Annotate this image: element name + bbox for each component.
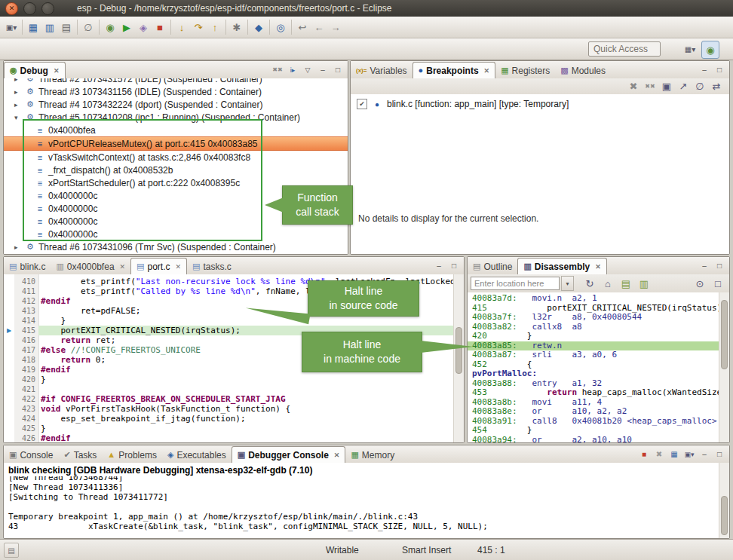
code-line[interactable]: 421	[4, 384, 454, 394]
home-icon[interactable]: ⌂	[600, 275, 616, 292]
minimize-icon[interactable]: –	[698, 259, 711, 272]
scrollbar-thumb[interactable]	[721, 300, 728, 369]
link-with-debug-icon[interactable]: ⇄	[708, 78, 725, 95]
display-selected-console-icon[interactable]: ▦	[667, 448, 681, 461]
profile-icon[interactable]: ◈	[135, 19, 152, 35]
tab-memory[interactable]: ▦Memory	[345, 447, 400, 463]
thread-row[interactable]: ▸⚙Thread #3 1073431156 (IDLE) (Suspended…	[4, 85, 348, 98]
tab-disassembly[interactable]: ▥Disassembly✕	[517, 258, 606, 275]
remove-breakpoint-icon[interactable]: ✖	[625, 78, 642, 95]
tab-0x4000bfea[interactable]: ▥0x4000bfea✕	[51, 259, 130, 274]
tab-close-icon[interactable]: ✕	[120, 263, 126, 271]
expand-arrow-icon[interactable]: ▸	[14, 101, 24, 109]
breakpoint-list-item[interactable]: ✔ ● blink.c [function: app_main] [type: …	[351, 94, 729, 109]
code-line[interactable]: 426#endif	[4, 433, 454, 442]
thread-row[interactable]: ▸⚙Thread #2 1073431572 (IDLE) (Suspended…	[4, 78, 348, 85]
sync-with-stack-icon[interactable]: ▥	[636, 275, 652, 292]
minimize-icon[interactable]: –	[698, 63, 711, 76]
location-dropdown-icon[interactable]: ▾	[561, 276, 574, 291]
forward-icon[interactable]: →	[327, 19, 344, 35]
console-output[interactable]: [New Thread 1073468744][New Thread 10734…	[4, 476, 719, 531]
editor-vertical-scrollbar[interactable]	[453, 274, 464, 442]
thread-row[interactable]: ▸⚙Thread #4 1073432224 (dport) (Suspende…	[4, 98, 348, 111]
tab-executables[interactable]: ◈Executables	[162, 447, 232, 463]
window-close-button[interactable]: ✕	[5, 2, 18, 15]
minimize-icon[interactable]: –	[698, 448, 711, 461]
run-icon[interactable]: ▶	[118, 19, 135, 35]
disassembly-scrollbar[interactable]	[719, 292, 729, 442]
expand-arrow-icon[interactable]: ▸	[14, 78, 24, 83]
tab-port-c[interactable]: ▤port.c✕	[130, 258, 187, 275]
new-wizard-icon[interactable]: ▣▾	[3, 19, 20, 35]
remove-all-breakpoints-icon[interactable]: ✖✖	[642, 78, 658, 95]
open-perspective-icon[interactable]: ▦▾	[682, 41, 698, 57]
last-edit-location-icon[interactable]: ↩	[294, 19, 311, 35]
code-line[interactable]: 414 }	[4, 316, 454, 326]
stop-icon[interactable]: ■	[152, 19, 168, 35]
minimize-icon[interactable]: –	[432, 259, 446, 272]
view-menu-icon[interactable]: ▽	[301, 63, 314, 76]
step-into-icon[interactable]: ↓	[173, 19, 190, 35]
instruction-stepping-icon[interactable]: i▸	[286, 63, 299, 76]
tab-variables[interactable]: (x)=Variables	[351, 63, 413, 78]
remove-all-terminated-icon[interactable]: ✖✖	[271, 63, 284, 76]
new-disassembly-view-icon[interactable]: □	[710, 275, 726, 292]
tab-close-icon[interactable]: ✕	[176, 263, 182, 271]
scrollbar-thumb[interactable]	[721, 496, 728, 535]
refresh-icon[interactable]: ↻	[581, 275, 598, 292]
save-icon[interactable]: ▦	[25, 19, 41, 35]
tab-close-icon[interactable]: ✕	[334, 451, 340, 459]
tab-outline[interactable]: ▤Outline	[468, 259, 517, 274]
minimize-icon[interactable]: –	[316, 63, 330, 76]
code-line[interactable]: 424 esp_set_breakpoint_if_jtag(function)…	[4, 414, 454, 424]
save-all-icon[interactable]: ▥	[41, 19, 58, 35]
show-supported-breakpoints-icon[interactable]: ▣	[658, 78, 675, 95]
debug-perspective-icon[interactable]: ◉	[701, 41, 719, 59]
pin-icon[interactable]: ⊙	[692, 275, 708, 292]
quick-access-box[interactable]: Quick Access	[588, 41, 661, 57]
maximize-icon[interactable]: □	[713, 448, 726, 461]
maximize-icon[interactable]: □	[331, 63, 345, 76]
tab-close-icon[interactable]: ✕	[595, 263, 601, 271]
show-source-icon[interactable]: ▤	[618, 275, 634, 292]
maximize-icon[interactable]: □	[713, 259, 726, 272]
tab-modules[interactable]: ▩Modules	[555, 63, 611, 78]
thread-row[interactable]: ▸⚙Thread #6 1073431096 (Tmr Svc) (Suspen…	[4, 240, 348, 253]
tab-tasks-c[interactable]: ▤tasks.c	[187, 259, 237, 274]
tab-debug[interactable]: ◉Debug✕	[4, 62, 66, 79]
location-input[interactable]: Enter location here	[471, 277, 560, 290]
remove-launch-icon[interactable]: ✖	[652, 448, 666, 461]
search-icon[interactable]: ◎	[272, 19, 289, 35]
external-tools-icon[interactable]: ✱	[228, 19, 245, 35]
skip-all-breakpoints-icon[interactable]: ∅	[692, 78, 708, 95]
window-minimize-button[interactable]	[23, 2, 36, 15]
debug-icon[interactable]: ◉	[102, 19, 118, 35]
code-line[interactable]: 423void vPortFirstTaskHook(TaskFunction_…	[4, 404, 454, 414]
go-to-file-icon[interactable]: ↗	[675, 78, 692, 95]
disassembly-line[interactable]: 40083a94: or a2, a10, a10	[468, 436, 719, 443]
tab-debugger-console[interactable]: ▣Debugger Console✕	[232, 446, 346, 464]
code-line[interactable]: 422#if CONFIG_FREERTOS_BREAK_ON_SCHEDULE…	[4, 394, 454, 404]
tab-problems[interactable]: ▲Problems	[102, 447, 162, 463]
tab-blink-c[interactable]: ▤blink.c	[4, 259, 51, 274]
fast-view-bar-icon[interactable]: ▤	[4, 543, 19, 558]
maximize-icon[interactable]: □	[447, 259, 461, 272]
print-icon[interactable]: ▤	[58, 19, 75, 35]
code-line[interactable]: 425}	[4, 424, 454, 433]
expand-arrow-icon[interactable]: ▸	[14, 88, 24, 96]
open-console-icon[interactable]: ▣▾	[682, 448, 696, 461]
step-return-icon[interactable]: ↑	[207, 19, 223, 35]
disassembly-listing[interactable]: 40083a7d: movi.n a2, 1415 portEXIT_CRITI…	[468, 292, 719, 442]
step-over-icon[interactable]: ↷	[190, 19, 207, 35]
tab-registers[interactable]: ▦Registers	[495, 63, 555, 78]
tab-console[interactable]: ▣Console	[4, 447, 58, 463]
skip-all-breakpoints-icon[interactable]: ∅	[80, 19, 97, 35]
tab-close-icon[interactable]: ✕	[484, 67, 490, 75]
tab-close-icon[interactable]: ✕	[54, 67, 60, 75]
new-cpp-project-icon[interactable]: ◆	[250, 19, 267, 35]
console-scrollbar[interactable]	[719, 463, 729, 538]
tab-breakpoints[interactable]: ●Breakpoints✕	[413, 62, 496, 79]
expand-arrow-icon[interactable]: ▸	[14, 243, 24, 251]
code-line[interactable]: 420}	[4, 375, 454, 384]
tab-tasks[interactable]: ✔Tasks	[58, 447, 102, 463]
